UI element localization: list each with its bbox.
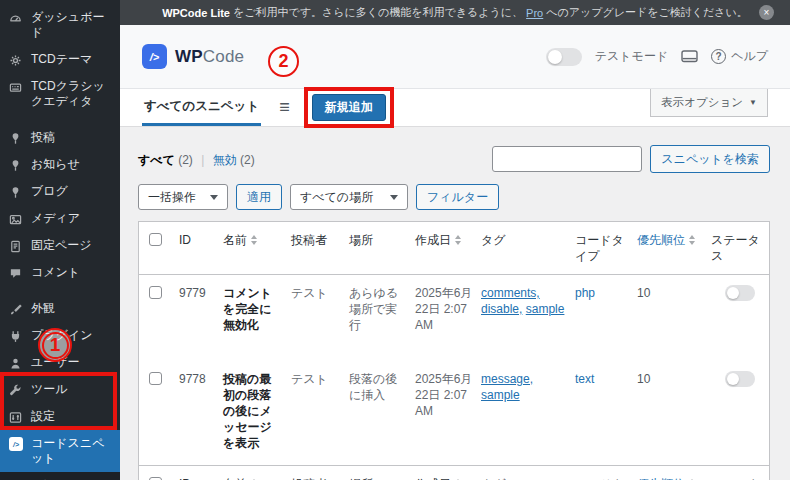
gear-icon	[9, 53, 23, 67]
col-tags: タグ	[481, 466, 575, 480]
status-toggle[interactable]	[725, 371, 755, 387]
sidebar-item-label: TCDテーマ	[31, 52, 92, 67]
sidebar-item-label: プラグイン	[31, 328, 92, 343]
sort-icon	[455, 235, 461, 245]
cell-author: テスト	[291, 275, 349, 311]
table-footer-row: ID 名前 投稿者 場所 作成日 タグ コードタイプ 優先順位 ステータス	[139, 465, 769, 480]
comment-icon	[9, 266, 23, 280]
snippet-name-link[interactable]: 投稿の最初の段落の後にメッセージを表示	[223, 361, 291, 461]
tag-link[interactable]: comments,	[481, 286, 540, 300]
code-type-link[interactable]: text	[575, 361, 637, 397]
cell-author: テスト	[291, 361, 349, 397]
user-icon	[9, 356, 23, 370]
sidebar-item-blog[interactable]: ブログ	[0, 178, 120, 205]
col-date[interactable]: 作成日	[415, 222, 481, 258]
monitor-icon[interactable]	[681, 49, 698, 64]
snippets-tabbar: すべてのスニペット ≡ 新規追加 表示オプション ▼	[120, 89, 790, 127]
wrench-icon	[9, 383, 23, 397]
sidebar-item-users[interactable]: ユーザー	[0, 349, 120, 376]
notice-brand: WPCode Lite	[162, 7, 230, 19]
sidebar-item-label: ツール	[31, 382, 68, 397]
col-author: 投稿者	[291, 466, 349, 480]
test-mode-toggle[interactable]	[546, 48, 582, 66]
tag-link[interactable]: disable,	[481, 302, 522, 316]
tab-all-snippets[interactable]: すべてのスニペット	[142, 89, 261, 126]
sidebar-item-label: 固定ページ	[31, 238, 92, 253]
screen-options-button[interactable]: 表示オプション ▼	[650, 89, 768, 117]
add-new-button[interactable]: 新規追加	[312, 94, 386, 121]
row-checkbox[interactable]	[149, 286, 162, 299]
status-toggle[interactable]	[725, 285, 755, 301]
col-priority[interactable]: 優先順位	[637, 466, 711, 480]
sidebar-item-label: コードスニペット	[31, 436, 114, 466]
sidebar-item-tools[interactable]: ツール	[0, 376, 120, 403]
sidebar-item-dashboard[interactable]: ダッシュボード	[0, 4, 120, 46]
sidebar-item-tcd-theme[interactable]: TCDテーマ	[0, 46, 120, 73]
row-checkbox[interactable]	[149, 372, 162, 385]
cell-id: 9778	[179, 361, 223, 397]
sidebar-item-comments[interactable]: コメント	[0, 259, 120, 286]
snippets-table: ID 名前 投稿者 場所 作成日 タグ コードタイプ 優先順位 ステータス 97…	[138, 221, 770, 480]
filter-button[interactable]: フィルター	[416, 184, 499, 210]
search-input[interactable]	[492, 146, 642, 172]
sidebar-item-pages[interactable]: 固定ページ	[0, 232, 120, 259]
sort-icon	[689, 235, 695, 245]
cell-location: 段落の後に挿入	[349, 361, 415, 413]
filter-separator: |	[201, 153, 204, 167]
snippet-name-link[interactable]: コメントを完全に無効化	[223, 275, 291, 343]
code-type-link[interactable]: php	[575, 275, 637, 311]
sidebar-item-label: メディア	[31, 211, 80, 226]
sidebar-item-appearance[interactable]: 外観	[0, 295, 120, 322]
apply-button[interactable]: 適用	[236, 184, 282, 210]
brand-code: Code	[203, 47, 244, 66]
filter-inactive-link[interactable]: 無効	[213, 153, 237, 167]
close-icon[interactable]: ×	[759, 5, 774, 20]
settings-icon	[9, 410, 23, 424]
sidebar-item-media[interactable]: メディア	[0, 205, 120, 232]
sidebar-item-news[interactable]: お知らせ	[0, 151, 120, 178]
sidebar-item-code-snippets[interactable]: /> コードスニペット	[0, 430, 120, 472]
tag-link[interactable]: message,	[481, 372, 533, 386]
menu-icon[interactable]: ≡	[279, 97, 290, 118]
test-mode-label: テストモード	[595, 48, 668, 65]
cell-date: 2025年6月22日 2:07 AM	[415, 275, 481, 343]
location-label: すべての場所	[300, 189, 373, 206]
filter-inactive-count: (2)	[240, 153, 255, 167]
plugin-icon	[9, 329, 23, 343]
cell-tags: comments, disable, sample	[481, 275, 575, 327]
select-all-checkbox[interactable]	[149, 233, 162, 246]
search-snippets-button[interactable]: スニペットを検索	[650, 145, 770, 173]
sidebar-item-plugins[interactable]: プラグイン	[0, 322, 120, 349]
pin-icon	[9, 158, 23, 172]
filter-all-link[interactable]: すべて	[138, 153, 175, 167]
pro-upgrade-link[interactable]: Pro	[526, 7, 543, 19]
col-id: ID	[179, 466, 223, 480]
notice-text: をご利用中です。さらに多くの機能を利用できるように、	[233, 5, 523, 20]
wpcode-logo: />	[142, 44, 167, 69]
cell-date: 2025年6月22日 2:07 AM	[415, 361, 481, 429]
cell-id: 9779	[179, 275, 223, 311]
pages-icon	[9, 239, 23, 253]
wpcode-icon: />	[9, 437, 23, 451]
location-select[interactable]: すべての場所	[290, 184, 408, 210]
wpcode-brand: WPCode	[175, 47, 244, 67]
tag-link[interactable]: sample	[481, 388, 520, 402]
col-date[interactable]: 作成日	[415, 466, 481, 480]
col-priority[interactable]: 優先順位	[637, 222, 711, 258]
col-name[interactable]: 名前	[223, 466, 291, 480]
col-name[interactable]: 名前	[223, 222, 291, 258]
table-header-row: ID 名前 投稿者 場所 作成日 タグ コードタイプ 優先順位 ステータス	[139, 222, 769, 275]
brand-wp: WP	[175, 47, 203, 66]
col-tags: タグ	[481, 222, 575, 258]
help-label: ヘルプ	[731, 48, 768, 65]
sidebar-item-posts[interactable]: 投稿	[0, 124, 120, 151]
tag-link[interactable]: sample	[526, 302, 565, 316]
sidebar-item-settings[interactable]: 設定	[0, 403, 120, 430]
bulk-actions-select[interactable]: 一括操作	[138, 184, 228, 210]
sidebar-item-tcd-classic-editor[interactable]: TCDクラシックエディタ	[0, 73, 120, 115]
main-area: WPCode Lite をご利用中です。さらに多くの機能を利用できるように、 P…	[120, 0, 790, 480]
col-id: ID	[179, 222, 223, 258]
help-button[interactable]: ? ヘルプ	[711, 48, 768, 65]
submenu-item-code-snippets[interactable]: コードスニペット	[0, 473, 120, 480]
cell-priority: 10	[637, 361, 711, 397]
